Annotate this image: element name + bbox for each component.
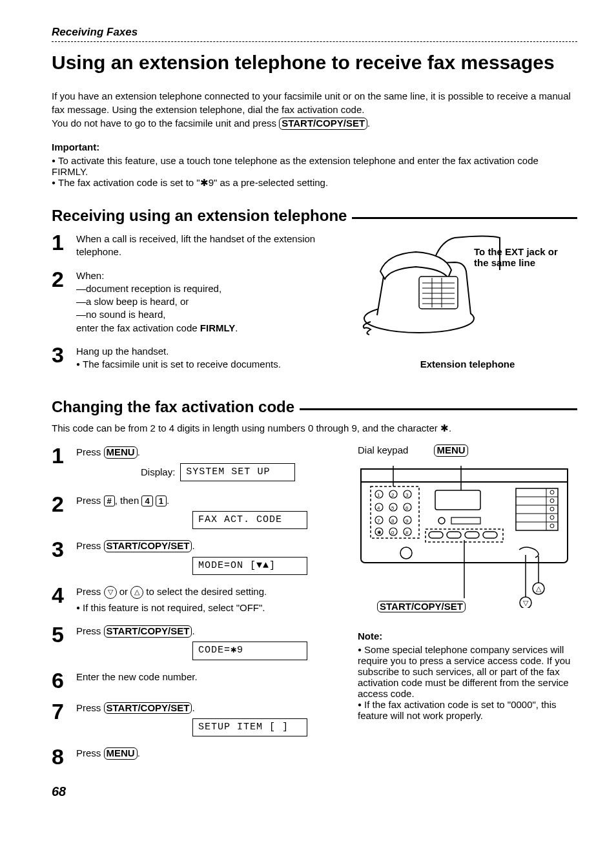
- svg-text:▽: ▽: [523, 599, 529, 607]
- menu-button-ref: MENU: [104, 446, 138, 459]
- fax-machine-illustration: 123 456 789 ✱0#: [358, 459, 571, 608]
- note-item-1: Some special telephone company services …: [358, 644, 577, 699]
- menu-button-ref: MENU: [104, 747, 138, 760]
- svg-rect-10: [361, 469, 568, 482]
- step-number: 7: [52, 700, 67, 722]
- start-copy-set-button-ref: START/COPY/SET: [279, 118, 367, 130]
- svg-rect-40: [447, 532, 461, 538]
- section-label: Receiving Faxes: [52, 26, 577, 42]
- changing-intro: This code can be from 2 to 4 digits in l…: [52, 422, 577, 434]
- chg-step-7: 7 Press START/COPY/SET. SETUP ITEM [ ]: [52, 700, 345, 737]
- page-number: 68: [52, 784, 577, 799]
- svg-rect-38: [451, 517, 480, 524]
- recv-step-1: 1 When a call is received, lift the hand…: [52, 231, 345, 259]
- recv-step-2: 2 When: document reception is required, …: [52, 268, 345, 335]
- svg-text:#: #: [406, 530, 409, 536]
- chg-step-2: 2 Press #, then 4 1. FAX ACT. CODE: [52, 493, 345, 530]
- svg-text:8: 8: [391, 518, 395, 524]
- figure-caption-extension-telephone: Extension telephone: [358, 359, 577, 370]
- start-copy-set-button-ref: START/COPY/SET: [104, 540, 192, 552]
- intro-p2: You do not have to go to the facsimile u…: [52, 116, 577, 130]
- step-number: 1: [52, 444, 67, 466]
- step-body: When a call is received, lift the handse…: [76, 231, 345, 259]
- chg-step-1: 1 Press MENU. Display: SYSTEM SET UP: [52, 444, 345, 484]
- step-text: Press: [76, 495, 104, 506]
- lcd-display: SYSTEM SET UP: [180, 463, 295, 481]
- svg-text:3: 3: [406, 492, 409, 498]
- step-number: 6: [52, 669, 67, 691]
- step-text: Press: [76, 747, 104, 758]
- step-body: Hang up the handset. The facsimile unit …: [76, 344, 345, 371]
- svg-text:6: 6: [406, 505, 409, 511]
- title-text: Using an extension telephone to receive …: [52, 52, 555, 73]
- heading-rule: [300, 408, 577, 410]
- step-text: Press: [76, 586, 104, 597]
- bold-firmly: FIRMLY: [200, 322, 235, 333]
- svg-text:△: △: [536, 585, 542, 592]
- step-number: 4: [52, 584, 67, 606]
- when-item: a slow beep is heard, or: [76, 295, 345, 308]
- step-text: Enter the new code number.: [76, 669, 345, 683]
- step-bullet: If this feature is not required, select …: [76, 601, 345, 614]
- step-text: Press: [76, 446, 104, 457]
- svg-text:0: 0: [391, 530, 395, 536]
- important-heading: Important:: [52, 141, 577, 152]
- note-heading: Note:: [358, 631, 577, 642]
- down-arrow-icon: ▽: [104, 586, 117, 599]
- step-number: 3: [52, 538, 67, 560]
- step-text: Hang up the handset.: [76, 345, 345, 358]
- intro-block: If you have an extension telephone conne…: [52, 89, 577, 130]
- figure-label-ext-jack: To the EXT jack or the same line: [474, 246, 564, 268]
- start-copy-set-label: START/COPY/SET: [377, 601, 466, 613]
- step-number: 2: [52, 268, 67, 290]
- key-1: 1: [156, 496, 167, 507]
- important-item-1: To activate this feature, use a touch to…: [52, 155, 577, 177]
- step-text: Press: [76, 702, 104, 713]
- step-text: , then: [115, 495, 142, 506]
- menu-button-label: MENU: [434, 444, 467, 457]
- svg-text:7: 7: [377, 518, 380, 524]
- display-label: Display:: [141, 466, 175, 479]
- chg-step-3: 3 Press START/COPY/SET. MODE=ON [▼▲]: [52, 538, 345, 575]
- note-item-2: If the fax activation code is set to "00…: [358, 699, 577, 721]
- step-number: 1: [52, 231, 67, 253]
- hash-key: #: [104, 496, 115, 507]
- heading-changing-text: Changing the fax activation code: [52, 398, 294, 416]
- svg-text:✱: ✱: [377, 530, 382, 536]
- when-item: document reception is required,: [76, 282, 345, 295]
- heading-receiving: Receiving using an extension telephone: [52, 207, 577, 225]
- svg-text:4: 4: [377, 505, 380, 511]
- lcd-display: FAX ACT. CODE: [192, 511, 307, 529]
- svg-rect-42: [483, 532, 497, 538]
- step-text: Press: [76, 625, 104, 636]
- svg-text:5: 5: [391, 505, 395, 511]
- key-4: 4: [141, 496, 152, 507]
- lcd-display: SETUP ITEM [ ]: [192, 718, 307, 736]
- intro-p1: If you have an extension telephone conne…: [52, 89, 577, 116]
- dial-keypad-label: Dial keypad: [358, 444, 408, 457]
- svg-text:9: 9: [406, 518, 409, 524]
- svg-text:1: 1: [377, 492, 380, 498]
- step-body: When: document reception is required, a …: [76, 268, 345, 335]
- chg-step-4: 4 Press ▽ or △ to select the desired set…: [52, 584, 345, 614]
- svg-rect-41: [465, 532, 479, 538]
- step-number: 3: [52, 344, 67, 366]
- step-text: to select the desired setting.: [143, 586, 267, 597]
- when-label: When:: [76, 269, 345, 282]
- when-item: no sound is heard,: [76, 308, 345, 321]
- heading-receiving-text: Receiving using an extension telephone: [52, 207, 347, 225]
- important-item-2: The fax activation code is set to "✱9" a…: [52, 177, 577, 189]
- svg-text:2: 2: [391, 492, 395, 498]
- lcd-display: MODE=ON [▼▲]: [192, 557, 307, 575]
- lcd-display: CODE=✱9: [192, 642, 307, 660]
- start-copy-set-button-ref: START/COPY/SET: [104, 702, 192, 715]
- step-bullet: The facsimile unit is set to receive doc…: [76, 358, 345, 371]
- page-title: Using an extension telephone to receive …: [52, 50, 577, 75]
- important-block: Important: To activate this feature, use…: [52, 141, 577, 189]
- chg-step-5: 5 Press START/COPY/SET. CODE=✱9: [52, 623, 345, 660]
- step-number: 8: [52, 746, 67, 767]
- svg-rect-36: [435, 490, 480, 510]
- step-number: 5: [52, 623, 67, 645]
- start-copy-set-button-ref: START/COPY/SET: [104, 625, 192, 638]
- step-text: enter the fax activation code: [76, 322, 200, 333]
